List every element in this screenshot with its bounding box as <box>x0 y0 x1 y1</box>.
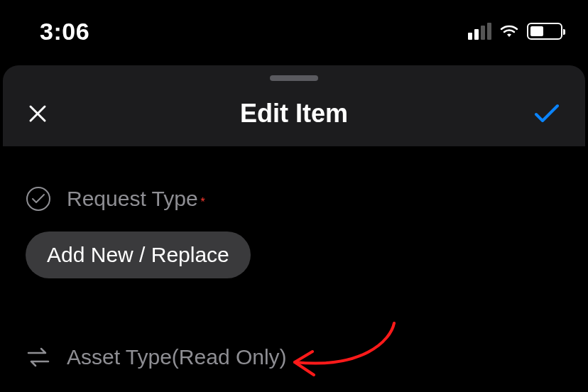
sheet-header: Edit Item <box>3 81 585 146</box>
status-bar: 3:06 <box>0 0 588 62</box>
page-title: Edit Item <box>240 99 348 129</box>
status-time: 3:06 <box>40 18 89 45</box>
drag-handle[interactable] <box>270 75 318 81</box>
field-label-wrapper: Request Type* <box>67 187 205 211</box>
cellular-signal-icon <box>468 23 491 40</box>
close-icon <box>28 104 48 124</box>
asset-type-field: Asset Type(Read Only) <box>0 327 588 382</box>
modal-sheet: Edit Item <box>3 65 585 146</box>
battery-icon <box>527 23 562 40</box>
asset-type-label: Asset Type(Read Only) <box>67 345 287 369</box>
svg-point-0 <box>27 187 50 210</box>
request-type-field[interactable]: Request Type* <box>0 186 588 224</box>
checkmark-circle-icon <box>26 186 51 212</box>
request-type-value-row: Add New / Replace <box>0 224 588 297</box>
request-type-label: Request Type <box>67 187 198 210</box>
close-button[interactable] <box>27 103 48 124</box>
request-type-chip[interactable]: Add New / Replace <box>26 232 251 278</box>
required-indicator: * <box>201 196 205 208</box>
checkmark-icon <box>533 103 561 124</box>
wifi-icon <box>499 23 520 40</box>
swap-arrows-icon <box>26 347 51 368</box>
confirm-button[interactable] <box>533 103 561 124</box>
status-indicators <box>468 23 562 40</box>
